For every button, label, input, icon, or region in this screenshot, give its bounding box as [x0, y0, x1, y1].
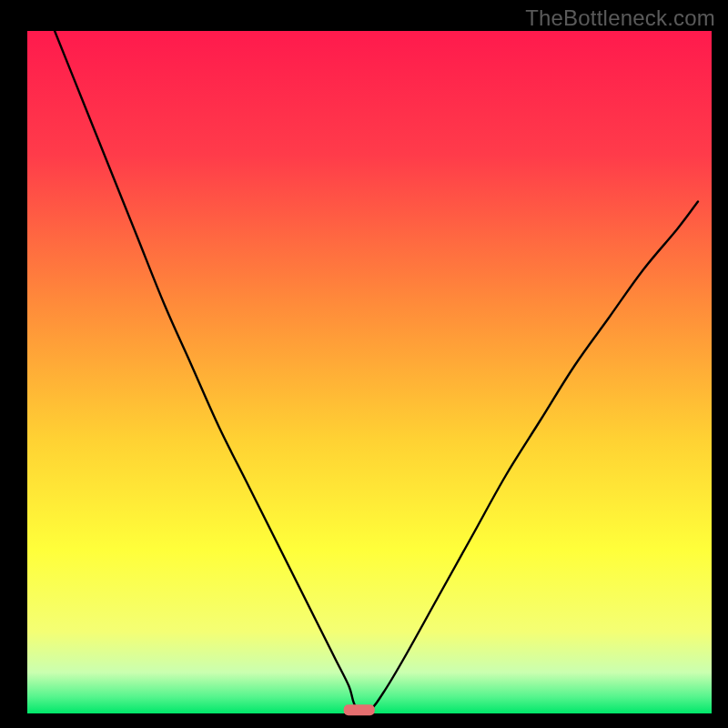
plot-background [27, 31, 712, 713]
watermark-text: TheBottleneck.com [525, 5, 715, 31]
optimum-marker [344, 704, 375, 715]
bottleneck-chart [0, 0, 728, 728]
chart-frame: TheBottleneck.com [0, 0, 728, 728]
